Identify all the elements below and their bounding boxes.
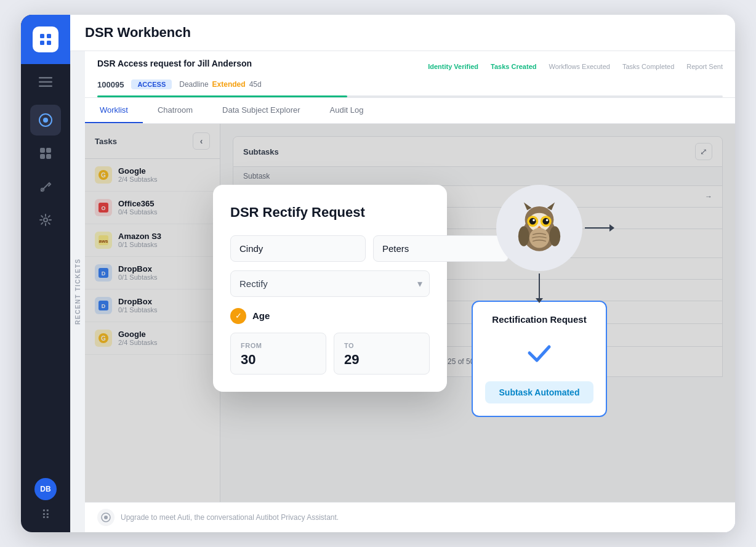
step-identity: Identity Verified: [428, 63, 478, 70]
age-to-box: To 29: [334, 333, 430, 375]
owl-mascot: [496, 185, 582, 271]
main-content: DSR Workbench RECENT TICKETS DSR Access …: [70, 15, 735, 532]
tab-worklist[interactable]: Worklist: [85, 98, 143, 123]
rectification-box: Rectification Request Subtask Automated: [472, 301, 607, 417]
svg-point-8: [43, 118, 48, 123]
ticket-area: RECENT TICKETS DSR Access request for Ji…: [70, 51, 735, 532]
svg-point-40: [549, 226, 560, 246]
svg-rect-9: [40, 148, 45, 153]
tab-audit-log[interactable]: Audit Log: [315, 98, 379, 123]
bottom-bar: Upgrade to meet Auti, the conversational…: [85, 502, 735, 532]
sidebar-item-settings[interactable]: [30, 205, 61, 235]
age-label-row: ✓ Age: [230, 308, 430, 324]
ticket-title: DSR Access request for Jill Anderson: [97, 59, 252, 68]
age-from-value: 30: [241, 352, 316, 368]
svg-rect-12: [46, 154, 51, 159]
age-to-value: 29: [344, 352, 419, 368]
sidebar-item-tools[interactable]: [30, 171, 61, 202]
svg-point-14: [44, 218, 47, 222]
tab-chatroom[interactable]: Chatroom: [143, 98, 207, 123]
auti-icon: [97, 509, 115, 526]
ticket-badge: ACCESS: [131, 79, 172, 89]
ticket-tabs: Worklist Chatroom Data Subject Explorer …: [85, 98, 735, 124]
down-arrow-container: [539, 274, 540, 298]
age-from-label: From: [241, 342, 316, 349]
right-panel: Rectification Request Subtask Automated: [472, 185, 607, 417]
svg-marker-29: [524, 202, 532, 210]
recent-tickets-strip: RECENT TICKETS: [70, 51, 85, 532]
content-body: Tasks ‹ G Google 2/4 Subtasks: [85, 124, 735, 502]
owl-svg: [512, 200, 567, 256]
svg-rect-10: [46, 148, 51, 153]
svg-point-36: [533, 219, 535, 221]
age-check-icon: ✓: [230, 308, 246, 324]
svg-marker-30: [547, 202, 555, 210]
avatar[interactable]: DB: [34, 478, 57, 500]
request-type-wrapper: Rectify ▾: [230, 270, 430, 297]
svg-point-43: [104, 516, 108, 519]
step-report: Report Sent: [686, 63, 723, 70]
ticket-panel: DSR Access request for Jill Anderson Ide…: [85, 51, 735, 532]
ticket-meta: Deadline Extended 45d: [179, 80, 261, 89]
sidebar-bottom: DB ⠿: [34, 478, 57, 532]
progress-steps: Identity Verified Tasks Created Workflow…: [428, 63, 723, 70]
extended-tag: Extended: [212, 80, 246, 89]
step-tasks: Tasks Created: [491, 63, 536, 70]
ticket-info-row: DSR Access request for Jill Anderson: [97, 59, 252, 68]
dsr-rectify-modal: DSR Rectify Request Rectify ▾: [213, 185, 447, 392]
age-to-label: To: [344, 342, 419, 349]
sidebar: DB ⠿: [21, 15, 70, 532]
svg-rect-11: [40, 154, 45, 159]
svg-point-37: [546, 219, 549, 221]
bottom-bar-text: Upgrade to meet Auti, the conversational…: [121, 513, 339, 522]
svg-rect-0: [40, 34, 44, 38]
rect-title: Rectification Request: [485, 314, 593, 325]
step-completed: Tasks Completed: [622, 63, 674, 70]
ticket-header: DSR Access request for Jill Anderson Ide…: [85, 51, 735, 98]
svg-point-35: [542, 217, 549, 224]
page-title: DSR Workbench: [85, 25, 191, 40]
step-workflows: Workflows Executed: [549, 63, 609, 70]
age-fields: From 30 To 29: [230, 333, 430, 375]
svg-point-39: [518, 226, 529, 246]
horizontal-arrow: [585, 227, 609, 229]
modal-and-right: DSR Rectify Request Rectify ▾: [213, 185, 607, 417]
sidebar-item-dashboard[interactable]: [30, 138, 61, 169]
logo-icon: [33, 26, 58, 52]
tab-data-subject-explorer[interactable]: Data Subject Explorer: [207, 98, 315, 123]
svg-rect-2: [40, 41, 44, 45]
svg-rect-4: [39, 77, 52, 79]
svg-rect-3: [47, 41, 51, 45]
ticket-id: 100095: [97, 80, 124, 89]
down-arrow: [539, 274, 540, 298]
first-name-field[interactable]: [230, 235, 366, 262]
svg-rect-6: [39, 86, 52, 87]
svg-point-34: [529, 217, 536, 224]
overlay: DSR Rectify Request Rectify ▾: [85, 124, 735, 502]
sidebar-nav: [30, 105, 61, 478]
request-type-select[interactable]: Rectify: [230, 270, 430, 297]
sidebar-logo[interactable]: [21, 15, 70, 64]
menu-icon[interactable]: [21, 67, 70, 97]
name-row: [230, 235, 430, 262]
age-label: Age: [252, 310, 270, 321]
rectification-checkmark: [521, 334, 558, 371]
svg-rect-1: [47, 34, 51, 38]
header: DSR Workbench: [70, 15, 735, 51]
subtask-automated-label: Subtask Automated: [485, 381, 593, 403]
age-from-box: From 30: [230, 333, 326, 375]
sidebar-item-home[interactable]: [30, 105, 61, 136]
apps-icon[interactable]: ⠿: [41, 508, 50, 522]
modal-title: DSR Rectify Request: [230, 205, 430, 221]
svg-rect-5: [39, 81, 52, 83]
